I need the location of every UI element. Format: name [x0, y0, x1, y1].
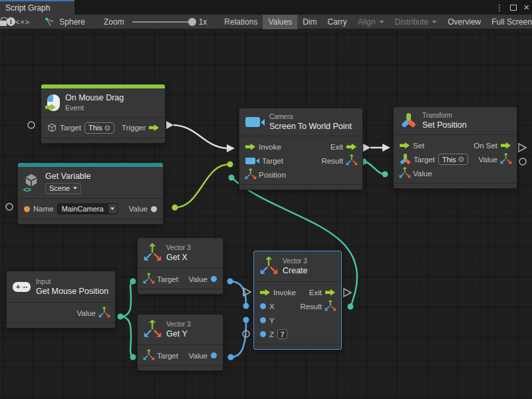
value-vector3-port[interactable] — [99, 308, 109, 318]
value-object-port[interactable] — [151, 206, 157, 212]
gameobject-cube-icon[interactable] — [47, 123, 57, 132]
result-vector3-port[interactable] — [346, 156, 356, 166]
distribute-dropdown[interactable]: Distribute — [390, 15, 443, 29]
zoom-slider[interactable] — [132, 21, 194, 23]
window-menu-icon[interactable] — [495, 1, 503, 13]
node-title: Get X — [166, 252, 191, 263]
on-set-port-label: On Set — [473, 142, 497, 150]
node-on-mouse-drag[interactable]: On Mouse Drag Event Target This Trigger — [41, 84, 165, 143]
node-kicker: Input — [36, 277, 108, 286]
x-float-port[interactable] — [260, 303, 266, 309]
overview-button[interactable]: Overview — [442, 15, 486, 29]
node-set-position[interactable]: Transform Set Position Set On Set Target… — [394, 107, 517, 188]
node-vector3-create[interactable]: Vector 3 Create Invoke Exit X Result — [254, 251, 341, 349]
set-port-label: Set — [413, 142, 424, 150]
node-subtitle: Event — [65, 103, 124, 112]
close-icon[interactable] — [523, 1, 529, 13]
tab-script-graph[interactable]: Script Graph — [0, 0, 74, 15]
y-float-port[interactable] — [260, 317, 266, 323]
target-transform-port[interactable] — [400, 154, 410, 165]
target-port-label: Target — [157, 352, 178, 360]
edit-graph-button[interactable] — [15, 18, 30, 26]
node-title: On Mouse Drag — [65, 92, 124, 103]
target-vector3-port[interactable] — [144, 350, 154, 360]
zoom-value: 1x — [199, 17, 207, 27]
exit-port-label: Exit — [331, 143, 343, 151]
node-kicker: Vector 3 — [166, 243, 191, 252]
target-port-label: Target — [414, 156, 435, 164]
name-string-port[interactable] — [24, 206, 30, 212]
scope-value: Scene — [46, 184, 80, 193]
node-screen-to-world-point[interactable]: Camera Screen To World Point Invoke Exit… — [239, 108, 362, 190]
carry-button[interactable]: Carry — [323, 15, 352, 29]
values-button[interactable]: Values — [263, 15, 297, 29]
maximize-icon[interactable] — [510, 5, 517, 11]
tab-title: Script Graph — [5, 3, 50, 13]
relations-button[interactable]: Relations — [219, 15, 263, 29]
object-picker-icon[interactable] — [458, 155, 464, 164]
mouse-drag-icon — [47, 94, 60, 111]
value-port-label: Value — [76, 309, 96, 317]
value-in-port-label: Value — [413, 170, 432, 178]
exit-port-label: Exit — [309, 289, 322, 297]
dim-button[interactable]: Dim — [297, 15, 322, 29]
node-get-variable[interactable]: Get Variable Scene Name MainCamera Value — [18, 163, 163, 224]
z-port-label: Z — [269, 331, 274, 338]
code-brackets-icon — [23, 186, 31, 194]
value-float-port[interactable] — [211, 276, 217, 282]
node-title: Set Position — [422, 120, 467, 130]
align-dropdown[interactable]: Align — [352, 15, 390, 29]
target-port-label: Target — [157, 275, 178, 283]
position-vector3-port[interactable] — [245, 170, 255, 180]
result-vector3-port[interactable] — [325, 301, 335, 311]
set-flow-port[interactable] — [400, 142, 410, 149]
exit-flow-port[interactable] — [346, 144, 356, 150]
node-kicker: Vector 3 — [283, 257, 308, 265]
y-port-label: Y — [269, 317, 275, 325]
node-title: Get Mouse Position — [36, 286, 108, 297]
value-out-vector3-port[interactable] — [501, 154, 511, 164]
unity-variable-icon — [24, 173, 40, 192]
node-kicker: Camera — [269, 112, 352, 121]
node-get-x[interactable]: Vector 3 Get X Target Value — [138, 238, 223, 294]
x-port-label: X — [269, 303, 275, 311]
on-set-flow-port[interactable] — [501, 142, 511, 149]
zoom-slider-handle[interactable] — [188, 18, 196, 26]
object-picker-icon[interactable] — [104, 124, 110, 132]
value-in-vector3-port[interactable] — [400, 168, 410, 178]
value-out-port-label: Value — [478, 156, 497, 164]
graph-owner: Sphere — [45, 17, 85, 27]
view-toggle-buttons: Relations Values Dim Carry Align Distrib… — [219, 15, 532, 29]
target-camera-port[interactable] — [245, 158, 255, 164]
lock-button[interactable] — [0, 18, 7, 26]
code-icon — [15, 18, 30, 26]
z-float-port[interactable] — [260, 331, 266, 337]
value-float-port[interactable] — [211, 352, 217, 358]
node-get-mouse-position[interactable]: Input Get Mouse Position Value — [7, 271, 115, 328]
value-port-label: Value — [188, 275, 207, 283]
info-button[interactable] — [7, 17, 15, 26]
graph-toolbar: Sphere Zoom 1x Relations Values Dim Carr… — [0, 15, 532, 29]
target-vector3-port[interactable] — [144, 274, 154, 284]
variable-scope-dropdown[interactable]: Scene — [45, 183, 81, 194]
name-port-label: Name — [33, 205, 54, 213]
target-this-pill[interactable]: This — [438, 154, 468, 165]
trigger-flow-port[interactable] — [149, 124, 159, 131]
tab-bar: Script Graph — [0, 0, 532, 15]
full-screen-button[interactable]: Full Screen — [486, 15, 532, 29]
exit-flow-port[interactable] — [325, 289, 335, 296]
chevron-down-icon — [108, 204, 117, 213]
z-value-input[interactable]: 7 — [277, 329, 287, 339]
node-get-y[interactable]: Vector 3 Get Y Target Value — [138, 315, 223, 370]
zoom-control: Zoom 1x — [104, 17, 207, 27]
vector3-icon — [144, 322, 161, 338]
target-port-label: Target — [262, 157, 283, 165]
target-this-pill[interactable]: This — [84, 122, 114, 134]
result-port-label: Result — [321, 157, 343, 165]
invoke-port-label: Invoke — [273, 289, 296, 297]
node-title: Get Y — [166, 329, 191, 339]
invoke-flow-port[interactable] — [260, 289, 270, 296]
variable-name-dropdown[interactable]: MainCamera — [57, 203, 118, 214]
pill-value: This — [442, 156, 456, 164]
invoke-flow-port[interactable] — [245, 144, 255, 150]
